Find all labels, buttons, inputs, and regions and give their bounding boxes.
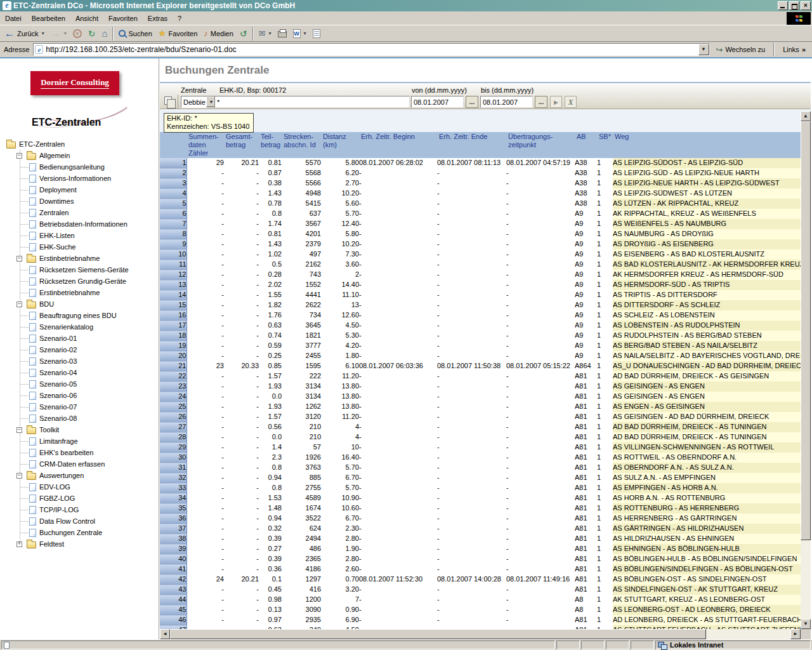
row-number-cell[interactable]: 21 <box>160 361 187 371</box>
row-number-cell[interactable]: 24 <box>160 392 187 402</box>
ehk-id-input[interactable] <box>214 96 410 108</box>
row-number-cell[interactable]: 16 <box>160 310 187 321</box>
von-date-picker-button[interactable]: ... <box>466 96 478 108</box>
collapse-icon[interactable]: − <box>16 153 22 159</box>
menu-item-favoriten[interactable]: Favoriten <box>103 13 143 24</box>
scroll-right-button[interactable]: ► <box>790 629 801 639</box>
tree-item-szenario-02[interactable]: Szenario-02 <box>1 344 159 355</box>
menu-item-[interactable]: ? <box>173 13 187 24</box>
row-number-cell[interactable]: 42 <box>160 574 187 585</box>
collapse-icon[interactable]: − <box>16 302 22 307</box>
tree-item-beauftragung-eines-bdu[interactable]: Beauftragung eines BDU <box>1 310 159 321</box>
row-number-cell[interactable]: 19 <box>160 341 187 351</box>
restore-button[interactable] <box>789 1 799 10</box>
tree-item-deployment[interactable]: Deployment <box>1 184 159 196</box>
row-number-cell[interactable]: 27 <box>160 422 187 432</box>
row-number-cell[interactable]: 18 <box>160 331 187 341</box>
excel-export-button[interactable] <box>565 96 577 108</box>
edit-dropdown-icon[interactable] <box>304 30 306 36</box>
row-number-cell[interactable]: 37 <box>160 524 187 534</box>
forward-dropdown-icon[interactable] <box>64 30 67 36</box>
tree-item-versions-informationen[interactable]: Versions-Informationen <box>1 173 159 184</box>
links-button[interactable]: Links » <box>779 44 809 55</box>
tree-item-edv-log[interactable]: EDV-LOG <box>1 481 159 493</box>
row-number-cell[interactable]: 30 <box>160 453 187 463</box>
media-button[interactable]: Medien <box>200 26 237 41</box>
bis-date-input[interactable] <box>480 96 533 108</box>
tree-item-bedienungsanleitung[interactable]: Bedienungsanleitung <box>1 161 159 173</box>
favorites-button[interactable]: Favoriten <box>155 26 201 41</box>
horizontal-scroll-thumb[interactable] <box>170 629 706 639</box>
tree-item-etc-zentralen[interactable]: ETC-Zentralen <box>1 138 159 150</box>
tree-item-allgemein[interactable]: −Allgemein <box>1 150 159 161</box>
close-button[interactable] <box>801 1 811 10</box>
tree-item-ehk-s-bearbeiten[interactable]: EHK's bearbeiten <box>1 447 159 458</box>
row-number-cell[interactable]: 22 <box>160 371 187 381</box>
row-number-cell[interactable]: 14 <box>160 290 187 300</box>
go-button[interactable]: Wechseln zu <box>712 44 769 55</box>
row-number-cell[interactable]: 12 <box>160 270 187 280</box>
zentrale-select[interactable]: Debbie <box>181 96 217 108</box>
row-number-cell[interactable]: 46 <box>160 615 187 625</box>
search-button[interactable]: Suchen <box>115 26 155 41</box>
tree-item-r-cksetzen-grundig-ger-te[interactable]: Rücksetzen Grundig-Geräte <box>1 275 159 287</box>
history-button[interactable] <box>237 26 251 41</box>
row-number-cell[interactable]: 35 <box>160 503 187 514</box>
row-number-cell[interactable]: 40 <box>160 554 187 564</box>
tree-item-szenario-03[interactable]: Szenario-03 <box>1 355 159 367</box>
row-number-cell[interactable]: 44 <box>160 595 187 605</box>
row-number-cell[interactable]: 11 <box>160 260 187 270</box>
refresh-button[interactable] <box>85 26 99 41</box>
mail-button[interactable] <box>256 26 275 41</box>
edit-button[interactable] <box>290 26 310 41</box>
tree-item-betriebsdaten-informationen[interactable]: Betriebsdaten-Informationen <box>1 218 159 230</box>
bis-date-picker-button[interactable]: ... <box>535 96 547 108</box>
row-number-cell[interactable]: 8 <box>160 229 187 239</box>
pages-icon[interactable] <box>164 96 172 105</box>
back-dropdown-icon[interactable] <box>42 30 44 36</box>
row-number-cell[interactable]: 15 <box>160 300 187 310</box>
menu-item-ansicht[interactable]: Ansicht <box>70 13 103 24</box>
row-number-cell[interactable]: 20 <box>160 351 187 361</box>
row-number-cell[interactable]: 13 <box>160 280 187 290</box>
row-number-cell[interactable]: 33 <box>160 483 187 493</box>
run-query-button[interactable] <box>550 96 562 108</box>
tree-item-toolkit[interactable]: −Toolkit <box>1 424 159 435</box>
row-number-cell[interactable]: 36 <box>160 514 187 524</box>
menu-item-bearbeiten[interactable]: Bearbeiten <box>27 13 70 24</box>
back-button[interactable]: Zurück <box>1 26 48 41</box>
collapse-icon[interactable]: − <box>16 473 22 479</box>
row-number-cell[interactable]: 9 <box>160 239 187 249</box>
tree-item-data-flow-control[interactable]: Data Flow Control <box>1 515 159 527</box>
row-number-cell[interactable]: 29 <box>160 442 187 453</box>
tree-item-auswertungen[interactable]: −Auswertungen <box>1 470 159 481</box>
tree-item-erstinbetriebnahme[interactable]: Erstinbetriebnahme <box>1 287 159 298</box>
row-number-cell[interactable]: 34 <box>160 493 187 503</box>
row-number-cell[interactable]: 17 <box>160 321 187 331</box>
row-number-cell[interactable]: 6 <box>160 209 187 219</box>
collapse-icon[interactable]: − <box>16 256 22 262</box>
tree-item-limitanfrage[interactable]: Limitanfrage <box>1 435 159 447</box>
expand-icon[interactable]: + <box>16 541 22 547</box>
scroll-left-button[interactable]: ◄ <box>160 629 170 639</box>
tree-item-szenario-05[interactable]: Szenario-05 <box>1 378 159 390</box>
tree-item-zentralen[interactable]: Zentralen <box>1 207 159 218</box>
row-number-cell[interactable]: 7 <box>160 219 187 229</box>
von-date-input[interactable] <box>411 96 464 108</box>
tree-item-szenario-08[interactable]: Szenario-08 <box>1 413 159 424</box>
mail-dropdown-icon[interactable] <box>269 30 272 36</box>
tree-item-szenario-04[interactable]: Szenario-04 <box>1 367 159 378</box>
row-number-cell[interactable]: 1 <box>160 158 187 168</box>
menu-item-extras[interactable]: Extras <box>143 13 173 24</box>
row-number-cell[interactable]: 41 <box>160 564 187 574</box>
row-number-cell[interactable]: 45 <box>160 605 187 615</box>
print-button[interactable] <box>275 26 290 41</box>
tree-item-erstinbetriebnahme[interactable]: −Erstinbetriebnahme <box>1 253 159 264</box>
collapse-icon[interactable]: − <box>16 427 22 433</box>
home-button[interactable] <box>98 26 110 41</box>
row-number-cell[interactable]: 39 <box>160 544 187 554</box>
address-dropdown-button[interactable] <box>698 44 709 55</box>
discuss-button[interactable] <box>310 26 324 41</box>
address-input[interactable]: http://192.168.100.253/etc-zentrale/bdu/… <box>33 43 709 56</box>
tree-item-szenarienkatalog[interactable]: Szenarienkatalog <box>1 321 159 333</box>
